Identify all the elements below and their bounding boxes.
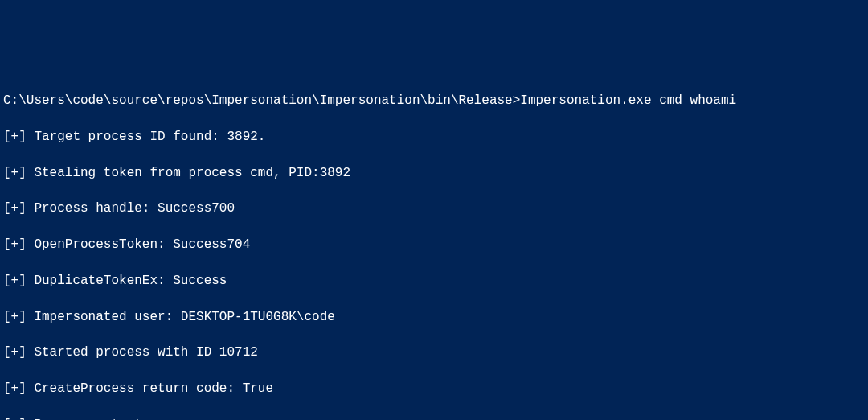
output-line: [+] Impersonated user: DESKTOP-1TU0G8K\c… (3, 308, 865, 326)
output-line: [+] DuplicateTokenEx: Success (3, 272, 865, 290)
output-line: [+] Target process ID found: 3892. (3, 128, 865, 146)
command-line-1: C:\Users\code\source\repos\Impersonation… (3, 92, 865, 109)
output-line: [+] Process handle: Success700 (3, 200, 865, 217)
output-line: [+] Started process with ID 10712 (3, 344, 865, 361)
output-line: [+] CreateProcess return code: True (3, 380, 865, 397)
command-1: Impersonation.exe cmd whoami (520, 93, 736, 108)
output-line: [+] Process output: (3, 416, 865, 420)
output-line: [+] OpenProcessToken: Success704 (3, 236, 865, 253)
terminal-output[interactable]: C:\Users\code\source\repos\Impersonation… (3, 74, 865, 420)
output-line: [+] Stealing token from process cmd, PID… (3, 164, 865, 182)
prompt-path-1: C:\Users\code\source\repos\Impersonation… (3, 93, 520, 108)
